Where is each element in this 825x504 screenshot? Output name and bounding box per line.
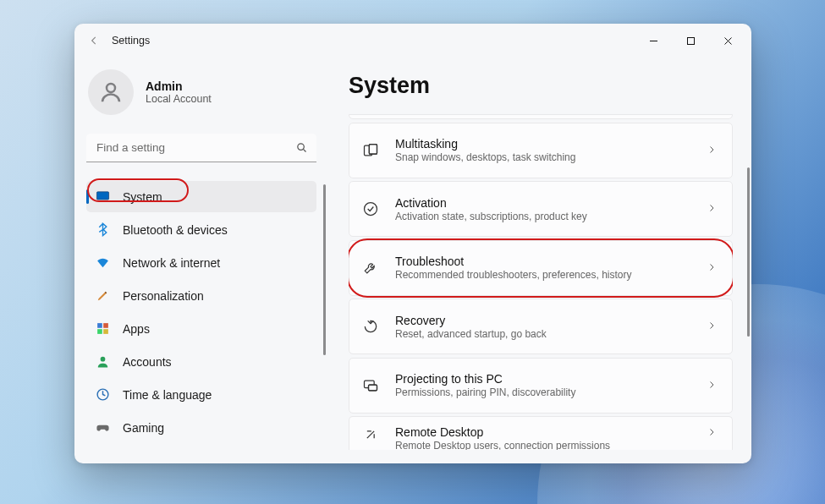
search-input[interactable] (86, 134, 316, 162)
sidebar-item-apps[interactable]: Apps (86, 313, 316, 344)
chevron-right-icon (707, 378, 717, 393)
settings-window: Settings Admin Local Account (74, 24, 751, 463)
remote-icon (361, 425, 380, 444)
search-icon (295, 141, 308, 154)
chevron-right-icon (707, 319, 717, 334)
wrench-icon (361, 259, 380, 277)
card-subtitle: Remote Desktop users, connection permiss… (395, 440, 691, 450)
chevron-right-icon (707, 201, 717, 216)
svg-rect-6 (97, 323, 102, 328)
paintbrush-icon (95, 288, 110, 304)
sidebar-item-accounts[interactable]: Accounts (86, 346, 316, 377)
card-multitasking[interactable]: Multitasking Snap windows, desktops, tas… (349, 123, 733, 178)
svg-rect-0 (687, 37, 694, 44)
multitasking-icon (361, 141, 380, 160)
card-subtitle: Snap windows, desktops, task switching (395, 151, 691, 163)
chevron-right-icon (707, 143, 717, 158)
projecting-icon (361, 376, 380, 395)
chevron-right-icon (707, 425, 717, 441)
svg-rect-7 (103, 323, 108, 328)
gamepad-icon (95, 420, 110, 436)
bluetooth-icon (95, 222, 110, 238)
wifi-icon (95, 255, 110, 271)
card-subtitle: Permissions, pairing PIN, discoverabilit… (395, 386, 691, 398)
card-subtitle: Activation state, subscriptions, product… (395, 211, 691, 222)
sidebar-item-personalization[interactable]: Personalization (86, 280, 316, 311)
card-recovery[interactable]: Recovery Reset, advanced startup, go bac… (349, 299, 733, 354)
recovery-icon (361, 317, 380, 336)
nav-list: System Bluetooth & devices Network & int… (86, 181, 316, 443)
back-button[interactable] (80, 26, 108, 55)
card-title: Remote Desktop (395, 425, 691, 439)
sidebar-item-label: Time & language (123, 388, 212, 402)
sidebar-item-label: Gaming (123, 421, 164, 435)
main-scrollbar-thumb[interactable] (747, 167, 751, 337)
card-title: Troubleshoot (395, 255, 691, 268)
chevron-right-icon (707, 260, 717, 276)
activation-icon (361, 200, 380, 218)
window-title: Settings (112, 35, 150, 47)
sidebar-item-label: Accounts (123, 355, 172, 369)
sidebar-item-gaming[interactable]: Gaming (86, 412, 316, 443)
card-subtitle: Recommended troubleshooters, preferences… (395, 269, 691, 281)
clock-globe-icon (95, 387, 110, 403)
profile-name: Admin (146, 79, 212, 93)
maximize-button[interactable] (672, 26, 709, 55)
sidebar-item-label: Bluetooth & devices (123, 223, 228, 237)
avatar (88, 69, 134, 115)
card-title: Projecting to this PC (395, 372, 691, 386)
sidebar-item-label: Network & internet (123, 256, 220, 270)
person-icon (95, 354, 110, 370)
card-projecting[interactable]: Projecting to this PC Permissions, pairi… (349, 358, 733, 414)
svg-rect-3 (96, 192, 108, 200)
card-subtitle: Reset, advanced startup, go back (395, 328, 691, 340)
svg-rect-8 (97, 329, 102, 334)
search-container (86, 134, 316, 162)
sidebar-item-system[interactable]: System (86, 181, 316, 212)
profile-sub: Local Account (146, 93, 212, 105)
svg-rect-9 (103, 329, 108, 334)
apps-icon (95, 321, 110, 337)
profile-block[interactable]: Admin Local Account (86, 58, 316, 132)
card-title: Recovery (395, 314, 691, 327)
card-troubleshoot[interactable]: Troubleshoot Recommended troubleshooters… (349, 240, 733, 296)
sidebar-item-bluetooth[interactable]: Bluetooth & devices (86, 214, 316, 245)
svg-point-10 (100, 357, 105, 362)
card-remote[interactable]: Remote Desktop Remote Desktop users, con… (349, 416, 733, 450)
svg-rect-5 (100, 200, 105, 201)
titlebar: Settings (74, 24, 751, 58)
card-activation[interactable]: Activation Activation state, subscriptio… (349, 181, 733, 237)
settings-cards: Multitasking Snap windows, desktops, tas… (349, 114, 733, 450)
display-icon (95, 189, 110, 205)
svg-point-2 (298, 144, 305, 151)
svg-point-1 (107, 84, 115, 92)
main-content: System Multitasking Snap windows, deskto… (327, 58, 751, 463)
sidebar-scrollbar-thumb[interactable] (323, 184, 327, 355)
sidebar-item-time[interactable]: Time & language (86, 379, 316, 410)
svg-point-15 (365, 203, 377, 216)
minimize-button[interactable] (635, 26, 672, 55)
sidebar-item-label: Apps (123, 322, 150, 336)
svg-rect-13 (369, 144, 377, 154)
close-button[interactable] (709, 26, 746, 55)
svg-rect-17 (369, 385, 377, 391)
card-title: Activation (395, 196, 691, 210)
sidebar-item-network[interactable]: Network & internet (86, 247, 316, 278)
sidebar: Admin Local Account System (74, 58, 327, 463)
sidebar-item-label: System (123, 190, 162, 204)
sidebar-item-label: Personalization (123, 289, 204, 303)
card-title: Multitasking (395, 137, 691, 151)
page-heading: System (349, 73, 733, 99)
card-cut-top (349, 114, 733, 119)
